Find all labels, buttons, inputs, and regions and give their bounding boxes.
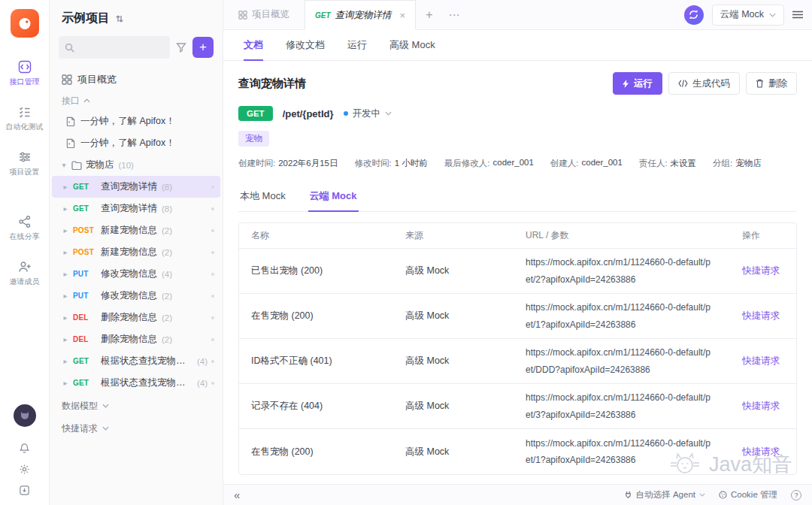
section-label: 快捷请求 (62, 422, 98, 435)
tree-row-api[interactable]: ▸ GET 查询宠物详情 (8) (52, 198, 220, 219)
status-dot (344, 111, 348, 116)
agent-label: 自动选择 Agent (636, 489, 695, 500)
cookie-label: Cookie 管理 (731, 489, 777, 500)
tree-row-api[interactable]: ▸ POST 新建宠物信息 (2) (52, 219, 220, 241)
sidebar-item-quick-requests[interactable]: 快捷请求 (50, 418, 223, 439)
collapse-sidebar-button[interactable]: « (234, 489, 240, 500)
header-actions: 运行 生成代码 删除 (613, 72, 797, 95)
meta-row: 创建时间:2022年6月15日 修改时间:1 小时前 最后修改人:coder_0… (238, 158, 797, 169)
doc-item[interactable]: 一分钟，了解 Apifox！ (50, 110, 223, 132)
quick-request-link[interactable]: 快捷请求 (730, 310, 796, 322)
api-name: 根据状态查找宠物列表 (101, 376, 192, 389)
api-name: 查询宠物详情 (101, 180, 157, 193)
apifox-logo-icon (17, 15, 33, 32)
subnav-tab-run[interactable]: 运行 (347, 30, 367, 60)
tab-active-api[interactable]: GET 查询宠物详情 × (304, 0, 416, 30)
cookie-manager[interactable]: Cookie 管理 (719, 489, 777, 500)
rail-item-label: 在线分享 (10, 231, 40, 242)
bell-icon[interactable] (19, 443, 30, 454)
quick-request-link[interactable]: 快捷请求 (730, 265, 796, 277)
tree-row-api[interactable]: ▸ PUT 修改宠物信息 (4) (52, 263, 220, 285)
mock-url: https://mock.apifox.cn/m1/1124660-0-defa… (514, 344, 730, 377)
agent-selector[interactable]: 自动选择 Agent (624, 489, 705, 500)
project-switcher-icon[interactable] (115, 14, 124, 23)
mock-url: https://mock.apifox.cn/m1/1124660-0-defa… (514, 435, 730, 468)
menu-icon[interactable] (792, 11, 803, 19)
tree-row-api[interactable]: ▸ DEL 删除宠物信息 (2) (52, 307, 220, 328)
meta-creator: 创建人:coder_001 (550, 158, 623, 169)
tree-row-api[interactable]: ▸ PUT 修改宠物信息 (2) (52, 285, 220, 307)
tree-row-api[interactable]: ▸ GET 根据状态查找宠物列表 (4) (52, 350, 220, 372)
tag-row: 宠物 (238, 131, 797, 147)
gear-icon[interactable] (19, 464, 30, 475)
api-name: 根据状态查找宠物列表 (101, 355, 192, 367)
environment-select[interactable]: 云端 Mock (712, 5, 784, 26)
tag-badge[interactable]: 宠物 (238, 131, 269, 147)
chevron-down-icon (102, 404, 109, 408)
tab-local-mock[interactable]: 本地 Mock (238, 182, 287, 211)
trash-icon (756, 79, 764, 88)
mock-name: 已售出宠物 (200) (239, 265, 393, 277)
invite-user-icon (18, 260, 32, 274)
delete-button[interactable]: 删除 (746, 72, 797, 95)
mock-url: https://mock.apifox.cn/m1/1124660-0-defa… (514, 254, 730, 287)
tree-row-api[interactable]: ▸ GET 查询宠物详情 (8) (52, 176, 220, 198)
section-api-header[interactable]: 接口 (50, 91, 223, 110)
table-row: 在售宠物 (200) 高级 Mock https://mock.apifox.c… (239, 429, 796, 474)
quick-request-link[interactable]: 快捷请求 (730, 355, 796, 367)
tab-project-overview[interactable]: 项目概览 (223, 0, 304, 29)
sidebar-item-project-overview[interactable]: 项目概览 (50, 68, 223, 91)
close-icon[interactable]: × (400, 10, 406, 21)
quick-request-link[interactable]: 快捷请求 (730, 446, 796, 458)
tab-cloud-mock[interactable]: 云端 Mock (308, 182, 359, 212)
tree-row-api[interactable]: ▸ POST 新建宠物信息 (2) (52, 241, 220, 263)
sidebar-item-data-models[interactable]: 数据模型 (50, 395, 223, 416)
rail-item-automated-test[interactable]: 自动化测试 (6, 105, 44, 132)
subnav-tab-edit-document[interactable]: 修改文档 (286, 30, 325, 60)
search-box[interactable] (59, 36, 170, 59)
rail-item-invite-members[interactable]: 邀请成员 (10, 260, 40, 287)
subnav-tab-document[interactable]: 文档 (244, 30, 263, 60)
doc-item[interactable]: 一分钟，了解 Apifox！ (50, 132, 223, 154)
sync-button[interactable] (684, 5, 704, 25)
new-tab-button[interactable]: + (416, 0, 442, 29)
rail-item-online-share[interactable]: 在线分享 (10, 215, 40, 242)
subnav-tab-advanced-mock[interactable]: 高级 Mock (389, 30, 435, 60)
status-select[interactable]: 开发中 (344, 107, 392, 120)
main-area: 项目概览 GET 查询宠物详情 × + ⋯ 云端 Mock 文档 (223, 0, 812, 505)
table-row: ID格式不正确 (401) 高级 Mock https://mock.apifo… (239, 339, 796, 384)
run-button[interactable]: 运行 (613, 72, 662, 95)
delete-label: 删除 (768, 77, 787, 90)
search-input[interactable] (79, 42, 164, 53)
chevron-closed-icon: ▸ (62, 183, 69, 191)
quick-request-link[interactable]: 快捷请求 (730, 400, 796, 413)
meta-modified-time: 修改时间:1 小时前 (354, 158, 427, 169)
download-icon[interactable] (19, 485, 30, 496)
sliders-icon (18, 150, 32, 164)
help-button[interactable]: ? (791, 490, 801, 500)
user-avatar[interactable] (14, 404, 36, 427)
apifox-logo[interactable] (11, 9, 39, 38)
tab-bar: 项目概览 GET 查询宠物详情 × + ⋯ 云端 Mock (223, 0, 812, 30)
api-name: 新建宠物信息 (101, 224, 157, 237)
chevron-down-icon (769, 13, 776, 17)
chevron-closed-icon: ▸ (62, 204, 69, 213)
rail-item-api-management[interactable]: 接口管理 (10, 60, 40, 87)
doc-content: 查询宠物详情 运行 生成代码 删除 (223, 61, 812, 484)
filter-funnel-icon[interactable] (176, 42, 186, 53)
project-header: 示例项目 (50, 11, 223, 26)
add-button[interactable]: + (192, 37, 214, 58)
more-tabs-button[interactable]: ⋯ (443, 0, 466, 29)
folder-name: 宠物店 (86, 159, 114, 171)
doc-header: 查询宠物详情 运行 生成代码 删除 (238, 72, 797, 95)
mock-tabs: 本地 Mock 云端 Mock (238, 182, 797, 212)
api-count: (8) (162, 204, 172, 213)
generate-code-button[interactable]: 生成代码 (668, 72, 740, 95)
tree-row-api[interactable]: ▸ GET 根据状态查找宠物列表 (4) (52, 372, 220, 394)
folder-count: (10) (119, 161, 134, 170)
folder-petstore[interactable]: ▾ 宠物店 (10) (50, 154, 223, 176)
subnav-label: 修改文档 (286, 38, 325, 52)
tree-row-api[interactable]: ▸ DEL 删除宠物信息 (2) (52, 328, 220, 350)
api-count: (2) (162, 313, 172, 322)
rail-item-project-settings[interactable]: 项目设置 (10, 150, 40, 177)
